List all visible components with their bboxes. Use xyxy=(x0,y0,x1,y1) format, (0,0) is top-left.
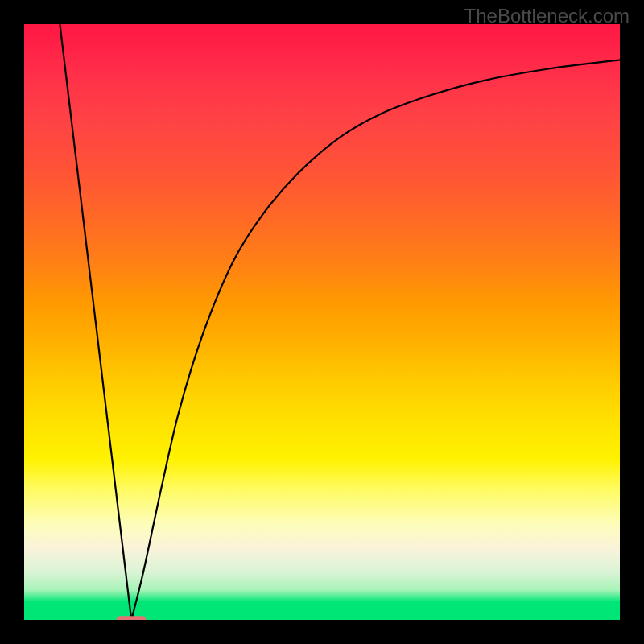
curves-svg xyxy=(24,24,620,620)
optimum-marker xyxy=(117,616,147,620)
plot-area xyxy=(24,24,620,620)
right-curve xyxy=(131,60,620,620)
watermark-text: TheBottleneck.com xyxy=(464,5,630,27)
left-curve xyxy=(60,24,131,620)
